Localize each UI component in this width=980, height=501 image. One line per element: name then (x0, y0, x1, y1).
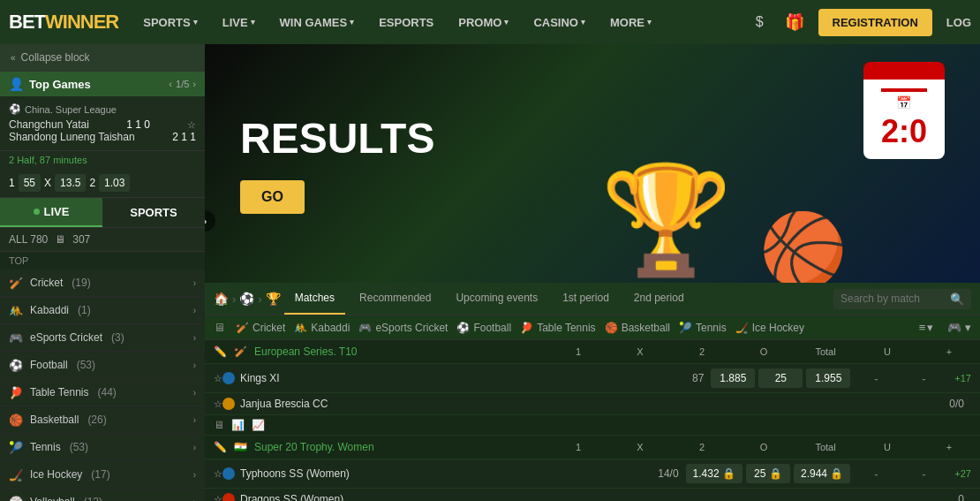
odds-1-value[interactable]: 55 (19, 174, 41, 192)
sidebar-sport-item-football[interactable]: ⚽ Football (53) › (0, 352, 205, 379)
sport-left: ⚽ Football (53) (9, 358, 95, 372)
odds-cell[interactable]: 25 🔒 (746, 464, 790, 483)
sport-filter-ice-hockey[interactable]: 🏒 Ice Hockey (735, 322, 804, 334)
star-icon[interactable]: ☆ (214, 468, 222, 480)
tournament-name[interactable]: Super 20 Trophy. Women (254, 441, 374, 453)
sports-breadcrumb-icon[interactable]: ⚽ (239, 292, 254, 306)
odds-cell[interactable]: 1.885 (711, 368, 755, 388)
sport-left: 🏏 Cricket (19) (9, 276, 91, 290)
star-icon[interactable]: ☆ (187, 119, 196, 131)
nav-esports[interactable]: ESPORTS (370, 16, 442, 29)
odds-dash: - (901, 467, 946, 481)
star-icon[interactable]: ☆ (214, 494, 222, 502)
trophy-icon: 🏆 (600, 158, 733, 283)
sports-tab[interactable]: SPORTS (102, 198, 205, 227)
stats-icon[interactable]: 📈 (252, 419, 265, 431)
odds-cell[interactable]: 2.944 🔒 (794, 464, 850, 483)
odds-group: 1.432 🔒 25 🔒 2.944 🔒 -- +27 (686, 464, 971, 483)
soccer-icon: ⚽ (9, 103, 21, 115)
match-info: ⚽ China. Super League Changchun Yatai 1 … (0, 96, 205, 151)
match-teams-2: Shandong Luneng Taishan 2 1 1 (9, 131, 196, 143)
banner-title: RESULTS (240, 114, 434, 163)
match-tab-matches[interactable]: Matches (284, 283, 345, 315)
team-row: ☆ Janjua Brescia CC 0/0 (205, 393, 980, 415)
top-games-nav[interactable]: ‹ 1/5 › (169, 79, 196, 89)
nav-more[interactable]: MORE▾ (601, 16, 660, 29)
gift-icon[interactable]: 🎁 (778, 12, 811, 32)
chevron-down-icon: ▾ (927, 321, 933, 334)
tournament-name[interactable]: European Series. T10 (254, 345, 358, 358)
nav-win-games[interactable]: WIN GAMES▾ (271, 16, 364, 29)
sport-filter-table-tennis[interactable]: 🏓 Table Tennis (520, 322, 596, 334)
more-odds-button[interactable]: +27 (954, 468, 971, 479)
search-icon[interactable]: 🔍 (950, 292, 964, 306)
col-header: O (742, 442, 786, 452)
sidebar: « Collapse block 👤 Top Games ‹ 1/5 › ⚽ C… (0, 44, 205, 501)
filter-more-button[interactable]: ≡ ▾ (919, 321, 934, 334)
odds-x-value[interactable]: 13.5 (55, 174, 86, 192)
odds-2-value[interactable]: 1.03 (99, 174, 130, 192)
col-header: + (927, 346, 971, 357)
sport-left: 🏐 Volleyball (12) (9, 495, 102, 501)
sport-filters-container: 🏏 Cricket🤼 Kabaddi🎮 eSports Cricket⚽ Foo… (236, 322, 804, 334)
search-bar[interactable]: 🔍 (833, 289, 971, 309)
odds-cell[interactable]: 1.432 🔒 (686, 464, 743, 483)
logo[interactable]: BETWINNER (9, 11, 118, 34)
gamepad-icon[interactable]: 🎮 ▾ (947, 321, 971, 334)
nav-promo[interactable]: PROMO▾ (449, 16, 517, 29)
odds-cell[interactable]: 25 (758, 368, 803, 388)
matches-section: 🏠 › ⚽ › 🏆 MatchesRecommendedUpcoming eve… (205, 283, 980, 501)
sidebar-sport-item-cricket[interactable]: 🏏 Cricket (19) › (0, 269, 205, 297)
sport-filter-kabaddi[interactable]: 🤼 Kabaddi (294, 322, 350, 334)
sidebar-sport-item-kabaddi[interactable]: 🤼 Kabaddi (1) › (0, 297, 205, 324)
home-icon[interactable]: 🏠 (214, 292, 229, 306)
team-name: Janjua Brescia CC (240, 398, 938, 410)
match-tab-recommended[interactable]: Recommended (349, 283, 441, 315)
sidebar-sport-item-table-tennis[interactable]: 🏓 Table Tennis (44) › (0, 379, 205, 406)
team-row: ☆ Typhoons SS (Women) 14/0 1.432 🔒 25 🔒 … (205, 459, 980, 489)
collapse-label: Collapse block (21, 51, 90, 64)
register-button[interactable]: REGISTRATION (818, 9, 932, 36)
sport-filter-cricket[interactable]: 🏏 Cricket (236, 322, 285, 334)
sport-filter-tennis[interactable]: 🎾 Tennis (679, 322, 727, 334)
more-odds-button[interactable]: +17 (954, 373, 971, 383)
star-icon[interactable]: ☆ (214, 373, 222, 384)
match-tab-2nd-period[interactable]: 2nd period (623, 283, 695, 315)
sidebar-sport-item-esports-cricket[interactable]: 🎮 eSports Cricket (3) › (0, 324, 205, 352)
screen-icon[interactable]: 🖥 (214, 321, 225, 334)
team-row: ☆ Dragons SS (Women) 0 (205, 489, 980, 501)
live-tab[interactable]: LIVE (0, 198, 102, 227)
chart-icon[interactable]: 📊 (231, 419, 245, 431)
sidebar-sport-item-ice-hockey[interactable]: 🏒 Ice Hockey (17) › (0, 461, 205, 489)
go-button[interactable]: GO (240, 180, 305, 214)
odds-row: 1 55 X 13.5 2 1.03 (0, 169, 205, 198)
match-tab-1st-period[interactable]: 1st period (552, 283, 620, 315)
collapse-block-button[interactable]: « Collapse block (0, 44, 205, 72)
odds-cell[interactable]: 1.955 (806, 368, 850, 388)
sport-filter-basketball[interactable]: 🏀 Basketball (605, 322, 670, 334)
sport-filter-football[interactable]: ⚽ Football (456, 322, 511, 334)
sidebar-sport-item-basketball[interactable]: 🏀 Basketball (26) › (0, 406, 205, 434)
dollar-icon[interactable]: $ (749, 14, 771, 30)
star-icon[interactable]: ☆ (214, 399, 222, 410)
chevron-down-icon: ▾ (647, 18, 652, 27)
monitor-icon: 🖥 (55, 233, 65, 246)
user-icon: 👤 (9, 77, 24, 91)
filter-sport-label: Ice Hockey (752, 322, 804, 334)
nav-live[interactable]: LIVE▾ (214, 16, 264, 29)
sport-left: 🎾 Tennis (53) (9, 440, 88, 454)
sport-icon: 🏀 (9, 413, 23, 427)
sport-filter-esports-cricket[interactable]: 🎮 eSports Cricket (358, 322, 448, 334)
sidebar-sport-item-tennis[interactable]: 🎾 Tennis (53) › (0, 434, 205, 461)
login-button[interactable]: LOG (946, 16, 971, 29)
next-icon[interactable]: › (192, 79, 196, 89)
match-tab-upcoming-events[interactable]: Upcoming events (445, 283, 548, 315)
nav-sports[interactable]: SPORTS▾ (134, 16, 206, 29)
nav-casino[interactable]: CASINO▾ (524, 16, 594, 29)
trophy-breadcrumb-icon[interactable]: 🏆 (266, 292, 281, 306)
prev-icon[interactable]: ‹ (169, 79, 172, 89)
sport-count: (12) (84, 496, 102, 501)
sidebar-sport-item-volleyball[interactable]: 🏐 Volleyball (12) › (0, 489, 205, 501)
screen-icon[interactable]: 🖥 (214, 419, 224, 431)
search-input[interactable] (841, 292, 946, 305)
